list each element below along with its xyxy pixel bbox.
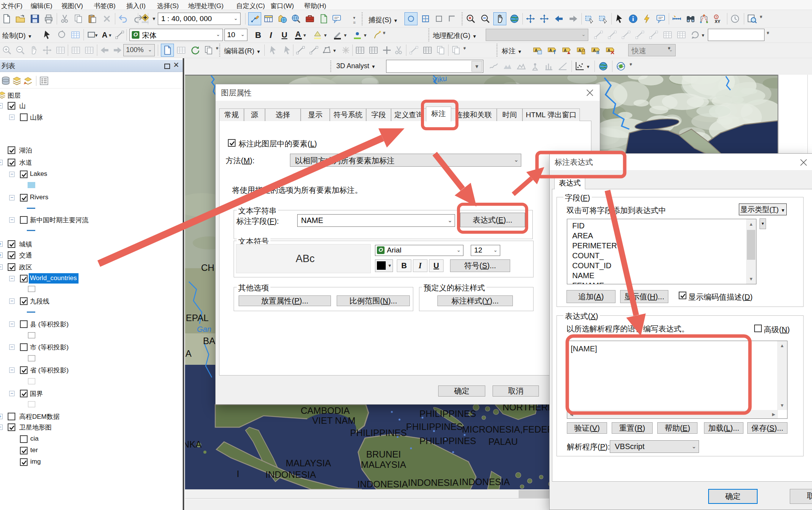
svg-text:INDONESIA: INDONESIA (265, 469, 316, 480)
svg-text:INDONESIA: INDONESIA (408, 477, 458, 488)
svg-text:A: A (607, 48, 610, 52)
svg-text:A: A (578, 48, 581, 52)
svg-text:A: A (535, 48, 537, 52)
svg-text:PHILIPPINES: PHILIPPINES (419, 408, 476, 419)
svg-text:INDONESIA: INDONESIA (357, 479, 408, 489)
svg-text:XY: XY (715, 19, 720, 24)
svg-text:I: I (237, 469, 239, 479)
svg-text:A: A (593, 48, 596, 52)
svg-text:A: A (102, 31, 107, 39)
svg-text:B: B (255, 30, 261, 40)
svg-text:Gan: Gan (197, 325, 211, 333)
svg-text:NKA: NKA (185, 439, 201, 449)
svg-text:I: I (270, 30, 272, 40)
svg-text:PHILIPPINES: PHILIPPINES (419, 436, 476, 446)
svg-text:CAMBODIA: CAMBODIA (301, 405, 350, 416)
svg-text:BA: BA (203, 336, 215, 346)
svg-text:PALAU: PALAU (488, 436, 518, 447)
svg-text:A: A (185, 348, 192, 359)
svg-text:MALAYSIA: MALAYSIA (361, 459, 406, 470)
svg-text:BRUNEI: BRUNEI (366, 449, 401, 459)
svg-text:MICRONESIA,FEDER: MICRONESIA,FEDER (462, 424, 554, 435)
svg-text:VIET NAM: VIET NAM (312, 415, 355, 426)
svg-text:EPAL: EPAL (186, 313, 209, 323)
svg-text:MALAYSIA: MALAYSIA (286, 458, 331, 468)
svg-text:A: A (295, 30, 301, 38)
svg-text:PHILIPPINES: PHILIPPINES (350, 428, 407, 438)
svg-text:INDONESIA: INDONESIA (459, 477, 510, 487)
svg-text:U: U (282, 30, 287, 39)
svg-text:A: A (549, 48, 552, 52)
svg-text:CH: CH (201, 262, 214, 273)
svg-text:A: A (564, 48, 566, 52)
svg-text:PHILIPPINES: PHILIPPINES (406, 421, 463, 432)
